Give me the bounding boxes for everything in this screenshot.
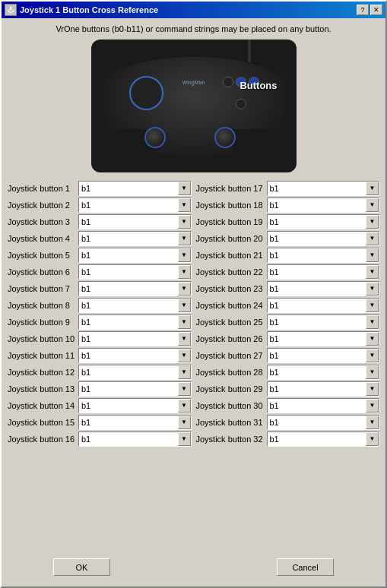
button-label: Joystick button 11 [8,351,76,360]
chevron-down-icon[interactable]: ▼ [366,382,379,396]
button-label: Joystick button 28 [196,368,265,377]
button-select[interactable]: b1▼ [267,198,380,213]
select-value: b1 [81,251,90,260]
button-select[interactable]: b1▼ [78,432,192,447]
button-select[interactable]: b1▼ [267,381,380,397]
button-select[interactable]: b1▼ [267,231,380,246]
select-value: b1 [270,267,279,277]
left-column: Joystick button 1b1▼Joystick button 2b1▼… [8,180,192,549]
table-row: Joystick button 6b1▼ [8,264,192,280]
chevron-down-icon[interactable]: ▼ [366,232,379,245]
chevron-down-icon[interactable]: ▼ [178,299,191,312]
button-select[interactable]: b1▼ [267,298,380,313]
table-row: Joystick button 16b1▼ [8,431,192,447]
button-select[interactable]: b1▼ [78,315,192,330]
chevron-down-icon[interactable]: ▼ [366,265,379,279]
button-select[interactable]: b1▼ [267,248,380,263]
select-value: b1 [270,284,279,293]
chevron-down-icon[interactable]: ▼ [366,365,379,379]
select-value: b1 [270,251,279,260]
chevron-down-icon[interactable]: ▼ [366,215,379,229]
chevron-down-icon[interactable]: ▼ [366,349,379,362]
chevron-down-icon[interactable]: ▼ [178,332,191,346]
right-stick [214,127,236,148]
chevron-down-icon[interactable]: ▼ [178,282,191,296]
dpad [129,76,163,110]
button-select[interactable]: b1▼ [78,398,192,413]
left-stick [144,127,166,148]
select-value: b1 [270,334,279,343]
chevron-down-icon[interactable]: ▼ [366,315,379,329]
button-select[interactable]: b1▼ [78,214,192,229]
chevron-down-icon[interactable]: ▼ [366,182,379,195]
button-label: Joystick button 26 [196,334,265,343]
button-select[interactable]: b1▼ [78,298,192,313]
select-value: b1 [270,184,279,193]
chevron-down-icon[interactable]: ▼ [178,248,191,262]
button-select[interactable]: b1▼ [78,198,192,213]
buttons-grid: Joystick button 1b1▼Joystick button 2b1▼… [8,180,379,549]
right-grip [232,129,270,171]
close-button[interactable]: ✕ [370,5,382,15]
chevron-down-icon[interactable]: ▼ [366,399,379,413]
button-select[interactable]: b1▼ [78,365,192,380]
chevron-down-icon[interactable]: ▼ [178,416,191,429]
chevron-down-icon[interactable]: ▼ [178,315,191,329]
table-row: Joystick button 3b1▼ [8,213,192,229]
button-select[interactable]: b1▼ [267,432,380,447]
button-select[interactable]: b1▼ [78,181,192,196]
chevron-down-icon[interactable]: ▼ [178,215,191,229]
chevron-down-icon[interactable]: ▼ [178,365,191,379]
chevron-down-icon[interactable]: ▼ [178,265,191,279]
button-label: Joystick button 31 [196,418,265,427]
chevron-down-icon[interactable]: ▼ [366,416,379,429]
ok-button[interactable]: OK [53,558,110,576]
chevron-down-icon[interactable]: ▼ [366,432,379,446]
chevron-down-icon[interactable]: ▼ [178,432,191,446]
button-select[interactable]: b1▼ [78,248,192,263]
button-select[interactable]: b1▼ [78,415,192,430]
bottom-bar: OK Cancel [8,554,379,580]
button-select[interactable]: b1▼ [267,281,380,296]
button-select[interactable]: b1▼ [78,281,192,296]
chevron-down-icon[interactable]: ▼ [178,349,191,362]
chevron-down-icon[interactable]: ▼ [178,182,191,195]
chevron-down-icon[interactable]: ▼ [366,198,379,212]
select-value: b1 [270,217,279,226]
button-select[interactable]: b1▼ [267,398,380,413]
button-select[interactable]: b1▼ [267,264,380,280]
chevron-down-icon[interactable]: ▼ [178,399,191,413]
button-select[interactable]: b1▼ [267,365,380,380]
button-select[interactable]: b1▼ [78,231,192,246]
table-row: Joystick button 14b1▼ [8,397,192,413]
button-select[interactable]: b1▼ [267,331,380,346]
button-select[interactable]: b1▼ [267,415,380,430]
help-button[interactable]: ? [357,5,369,15]
chevron-down-icon[interactable]: ▼ [366,332,379,346]
chevron-down-icon[interactable]: ▼ [178,198,191,212]
button-label: Joystick button 19 [196,217,265,226]
button-select[interactable]: b1▼ [78,264,192,280]
table-row: Joystick button 2b1▼ [8,197,192,213]
chevron-down-icon[interactable]: ▼ [366,248,379,262]
chevron-down-icon[interactable]: ▼ [366,299,379,312]
button-select[interactable]: b1▼ [78,381,192,397]
controller-body: WingMan Buttons [103,57,285,156]
button-select[interactable]: b1▼ [267,315,380,330]
button-select[interactable]: b1▼ [267,214,380,229]
chevron-down-icon[interactable]: ▼ [366,282,379,296]
button-select[interactable]: b1▼ [78,331,192,346]
buttons-label: Buttons [239,80,277,91]
button-select[interactable]: b1▼ [267,348,380,363]
button-select[interactable]: b1▼ [267,181,380,196]
main-window: 🕹 Joystick 1 Button Cross Reference ? ✕ … [0,0,387,588]
chevron-down-icon[interactable]: ▼ [178,382,191,396]
select-value: b1 [81,217,90,226]
table-row: Joystick button 7b1▼ [8,280,192,296]
select-value: b1 [81,351,90,360]
cancel-button[interactable]: Cancel [277,558,334,576]
button-select[interactable]: b1▼ [78,348,192,363]
chevron-down-icon[interactable]: ▼ [178,232,191,245]
button-label: Joystick button 17 [196,184,265,193]
table-row: Joystick button 23b1▼ [196,280,380,296]
